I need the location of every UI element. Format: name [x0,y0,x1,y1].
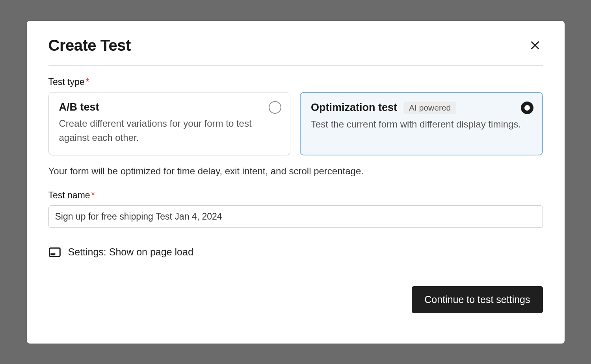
ab-test-option[interactable]: A/B test Create different variations for… [48,92,291,155]
test-name-label: Test name* [48,190,543,201]
svg-rect-1 [50,253,55,255]
continue-button[interactable]: Continue to test settings [412,286,543,313]
modal-header: Create Test [48,37,543,66]
ab-test-description: Create different variations for your for… [59,116,280,145]
optimization-test-description: Test the current form with different dis… [311,117,532,131]
ai-powered-badge: AI powered [403,102,456,114]
modal-footer: Continue to test settings [48,286,543,313]
test-type-label-text: Test type [48,77,85,87]
optimization-test-title: Optimization test [311,102,397,114]
create-test-modal: Create Test Test type* A/B test Create d… [27,21,565,344]
helper-text: Your form will be optimized for time del… [48,166,543,177]
required-asterisk: * [91,190,95,200]
close-icon [530,40,541,51]
popup-icon [48,246,61,259]
optimization-test-option[interactable]: Optimization test AI powered Test the cu… [300,92,543,155]
radio-icon [521,102,533,114]
modal-title: Create Test [48,37,131,54]
test-type-options: A/B test Create different variations for… [48,92,543,155]
close-button[interactable] [527,37,543,53]
radio-icon [269,101,281,114]
test-name-input[interactable] [48,205,543,228]
required-asterisk: * [86,77,89,87]
settings-row: Settings: Show on page load [48,246,543,259]
settings-text: Settings: Show on page load [68,246,193,258]
test-name-label-text: Test name [48,190,90,200]
test-type-label: Test type* [48,77,543,87]
ab-test-title: A/B test [59,101,99,113]
